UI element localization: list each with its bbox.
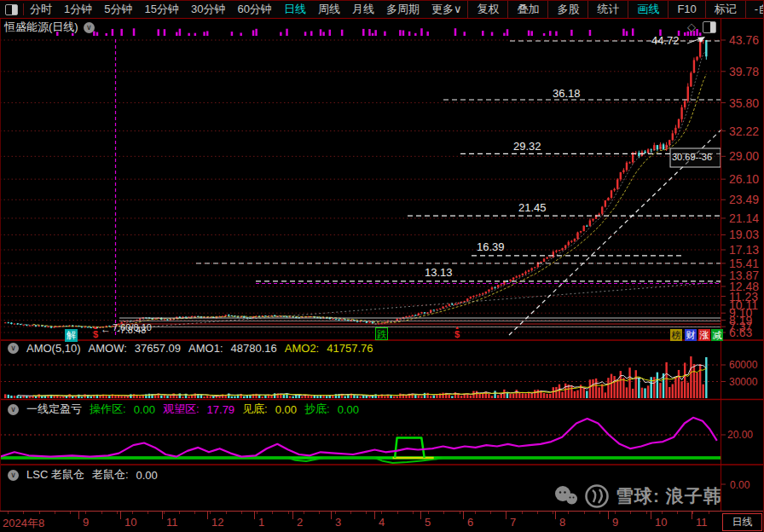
marker-die[interactable]: 跌 [375,327,388,340]
month-tick [692,512,692,519]
time-tick [709,512,709,514]
level-label-1639[interactable]: 16.39 [477,240,505,253]
toolbar-item-2[interactable]: 5分钟 [98,1,138,18]
collapse-chevron-icon[interactable]: ∨ [8,343,19,354]
toolbar-right-item-0[interactable]: 复权 [467,1,507,18]
window-split-icon[interactable] [5,4,18,15]
time-axis-label: 2 [297,516,303,529]
toolbar-item-10[interactable]: 更多∨ [425,1,468,18]
amo-title: AMO(5,10) [26,342,81,355]
toolbar-item-9[interactable]: 多周期 [380,1,425,18]
watermark: 雪球: 浪子韩 [554,483,722,509]
time-tick [692,512,693,514]
toolbar-left-group: 分时1分钟5分钟15分钟30分钟60分钟日线周线月线多周期更多∨ [0,1,467,18]
month-tick [463,512,464,519]
collapse-chevron-icon[interactable]: ∨ [8,404,19,415]
toolbar-right-item-3[interactable]: 统计 [587,1,628,18]
range-box-label[interactable]: 30.69--36 [672,152,721,162]
badge-jian[interactable]: 减 [711,329,723,341]
time-axis-label: 11 [696,516,708,529]
chaodi-value: 0.00 [338,403,359,416]
lsc-field-value: 0.00 [136,469,158,482]
time-tick [272,512,273,514]
lsc-field-label: 老鼠仓: [92,467,129,483]
time-tick [662,512,663,514]
toolbar-item-0[interactable]: 分时 [24,1,58,18]
time-tick [55,512,55,514]
time-tick [179,512,180,514]
time-axis-label: 11 [166,516,178,529]
time-axis-label: 2024年8 [3,516,44,531]
toolbar-right-item-5[interactable]: F10 [668,1,704,18]
guanwangqu-label: 观望区: [163,402,200,417]
marker-dollar-1[interactable]: ▲ $ [90,326,101,338]
month-tick [506,512,506,519]
month-tick [120,512,121,519]
toolbar-item-3[interactable]: 15分钟 [138,1,184,18]
toolbar-item-4[interactable]: 30分钟 [185,1,231,18]
amo1-value: 48780.16 [231,342,277,355]
price-axis-label: 23.49 [729,193,759,206]
split-view-icon[interactable] [703,21,716,33]
time-tick [568,512,569,514]
profit-title: 一线定盈亏 [26,402,82,417]
time-tick [413,512,414,514]
amow-value: 37657.09 [135,342,181,355]
chaodi-label: 抄底: [304,402,330,417]
toolbar-right-item-7[interactable]: -自选 [745,1,764,18]
toolbar-right-item-4[interactable]: 画线 [628,1,668,18]
marker-jie[interactable]: 解 [65,329,78,342]
toolbar-item-5[interactable]: 60分钟 [231,1,277,18]
time-tick [615,512,616,514]
time-tick [537,512,538,514]
month-tick [292,512,293,519]
left-price-note-b[interactable]: -7.8.48 [117,325,146,335]
price-axis-label: 29.00 [729,149,759,163]
arrow-left-icon: ← [101,323,111,335]
time-tick [428,512,429,514]
jiandi-value: 0.00 [275,403,297,416]
badge-bang[interactable]: 榜 [670,329,682,341]
level-label-1313[interactable]: 13.13 [425,266,453,279]
level-label-3618[interactable]: 36.18 [553,87,581,100]
diamond-icon[interactable]: ◇ [687,20,696,33]
collapse-chevron-icon[interactable]: ∨ [8,470,19,481]
level-label-2145[interactable]: 21.45 [518,201,547,214]
period-label-box[interactable]: 日线 [722,513,762,531]
chevron-down-icon[interactable]: ∨ [84,22,95,33]
toolbar-right-item-1[interactable]: 叠加 [507,1,547,18]
time-axis-label: 8 [559,516,565,529]
drawn-level-lines [196,41,721,284]
lsc-panel-header: ∨ LSC 老鼠仓 老鼠仓: 0.00 [3,467,158,483]
jiandi-label: 见底: [242,402,268,417]
time-tick [599,512,600,514]
time-tick [23,512,24,514]
time-tick [490,512,491,514]
month-tick [162,512,163,519]
time-axis[interactable]: 2024年891011121234567891011 [0,511,764,532]
time-tick [241,512,242,514]
badge-cai[interactable]: 财 [685,329,697,341]
time-tick [148,512,148,514]
toolbar-item-6[interactable]: 日线 [278,1,312,18]
level-label-2932[interactable]: 29.32 [513,140,541,153]
toolbar-right-item-6[interactable]: 标记 [705,1,745,18]
time-tick [366,512,367,514]
toolbar-right-item-2[interactable]: 多股 [547,1,587,18]
caozuoqu-label: 操作区: [90,402,126,417]
time-tick [101,512,102,514]
signal-dash-row [56,28,701,36]
time-tick [319,512,320,514]
level-label-4472[interactable]: 44.72 [651,34,680,47]
time-tick [460,512,460,514]
xueqiu-logo [584,483,610,509]
price-axis-label: 6.63 [729,326,752,339]
time-tick [646,512,647,514]
marker-dollar-2[interactable]: ▲ $ [452,326,462,338]
toolbar-item-8[interactable]: 月线 [346,1,380,18]
toolbar-item-7[interactable]: 周线 [312,1,346,18]
price-axis-label: 39.78 [729,65,759,78]
price-axis-label: 35.80 [729,96,759,110]
badge-zhang[interactable]: 涨 [698,329,710,341]
toolbar-item-1[interactable]: 1分钟 [58,1,98,18]
